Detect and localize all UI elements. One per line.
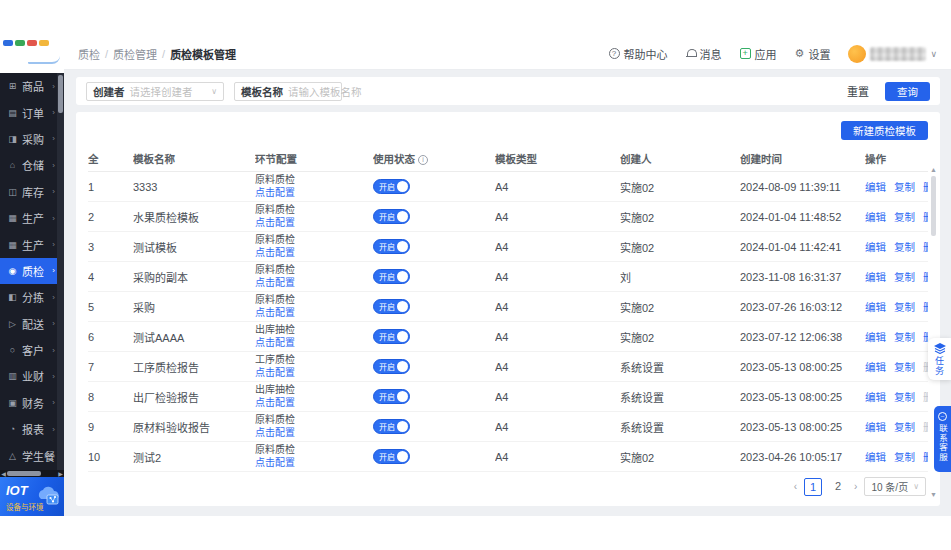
copy-link[interactable]: 复制 (894, 179, 915, 194)
configure-link[interactable]: 点击配置 (255, 457, 295, 468)
copy-link[interactable]: 复制 (894, 329, 915, 344)
sidebar-item-生产[interactable]: ▦ 生产 › (0, 231, 64, 257)
status-toggle[interactable]: 开启 (373, 209, 410, 224)
sidebar-item-学生餐[interactable]: △ 学生餐 › (0, 442, 64, 468)
sidebar-item-商品[interactable]: ⊞ 商品 › (0, 73, 64, 99)
edit-link[interactable]: 编辑 (865, 359, 886, 374)
delete-link[interactable]: 删除 (923, 269, 928, 284)
scrollbar-thumb[interactable] (931, 176, 936, 236)
scroll-down-icon[interactable]: ▼ (929, 491, 938, 498)
copy-link[interactable]: 复制 (894, 269, 915, 284)
scroll-left-icon[interactable]: ◀ (0, 470, 7, 477)
info-icon[interactable]: i (418, 155, 428, 165)
next-page-icon[interactable]: › (854, 481, 857, 492)
status-toggle[interactable]: 开启 (373, 419, 410, 434)
configure-link[interactable]: 点击配置 (255, 187, 295, 198)
scrollbar-thumb[interactable] (7, 471, 41, 476)
new-template-button[interactable]: 新建质检模板 (841, 121, 928, 140)
page-1[interactable]: 1 (804, 478, 822, 496)
toggle-on-label: 开启 (374, 301, 395, 312)
configure-link[interactable]: 点击配置 (255, 277, 295, 288)
scroll-right-icon[interactable]: ▶ (57, 470, 64, 477)
status-toggle[interactable]: 开启 (373, 179, 410, 194)
sidebar-item-质检[interactable]: ◉ 质检 › (0, 258, 64, 284)
delete-link[interactable]: 删除 (923, 299, 928, 314)
delete-link[interactable]: 删除 (923, 179, 928, 194)
creator-cell: 实施02 (620, 449, 740, 465)
edit-link[interactable]: 编辑 (865, 209, 886, 224)
delete-link[interactable]: 删除 (923, 209, 928, 224)
sidebar-item-业财[interactable]: ▥ 业财 › (0, 363, 64, 389)
configure-link[interactable]: 点击配置 (255, 337, 295, 348)
reset-button[interactable]: 重置 (841, 81, 875, 101)
status-toggle[interactable]: 开启 (373, 329, 410, 344)
search-button[interactable]: 查询 (885, 82, 930, 101)
tasks-floating-button[interactable]: 任务 (928, 338, 951, 380)
status-toggle[interactable]: 开启 (373, 299, 410, 314)
creator-cell: 实施02 (620, 209, 740, 225)
scroll-up-icon[interactable]: ▲ (929, 166, 938, 173)
settings-button[interactable]: ⚙ 设置 (795, 46, 831, 62)
sidebar-item-仓储[interactable]: ⌂ 仓储 › (0, 152, 64, 178)
template-table-card: 新建质检模板 全 模板名称 环节配置 使用状态i 模板类型 创建人 创建时间 操… (76, 112, 940, 506)
copy-link[interactable]: 复制 (894, 359, 915, 374)
copy-link[interactable]: 复制 (894, 419, 915, 434)
edit-link[interactable]: 编辑 (865, 269, 886, 284)
status-toggle[interactable]: 开启 (373, 449, 410, 464)
delete-link[interactable]: 删除 (923, 239, 928, 254)
breadcrumb-link[interactable]: 质检管理 (113, 46, 157, 62)
copy-link[interactable]: 复制 (894, 239, 915, 254)
sidebar-scrollbar[interactable] (57, 73, 64, 470)
apps-button[interactable]: + 应用 (740, 46, 777, 62)
sidebar-item-财务[interactable]: ▣ 财务 › (0, 390, 64, 416)
creator-label: 创建者 (93, 84, 125, 99)
prev-page-icon[interactable]: ‹ (794, 481, 797, 492)
copy-link[interactable]: 复制 (894, 449, 915, 464)
creator-cell: 系统设置 (620, 419, 740, 435)
orders-icon: ▤ (7, 108, 18, 118)
sidebar-item-配送[interactable]: ▷ 配送 › (0, 311, 64, 337)
messages-button[interactable]: 消息 (686, 46, 722, 62)
sidebar-item-采购[interactable]: ◨ 采购 › (0, 126, 64, 152)
status-toggle[interactable]: 开启 (373, 239, 410, 254)
configure-link[interactable]: 点击配置 (255, 397, 295, 408)
status-toggle[interactable]: 开启 (373, 389, 410, 404)
copy-link[interactable]: 复制 (894, 209, 915, 224)
status-toggle[interactable]: 开启 (373, 359, 410, 374)
sidebar-item-生产[interactable]: ▦ 生产 › (0, 205, 64, 231)
configure-link[interactable]: 点击配置 (255, 367, 295, 378)
edit-link[interactable]: 编辑 (865, 179, 886, 194)
configure-link[interactable]: 点击配置 (255, 307, 295, 318)
breadcrumb-link[interactable]: 质检 (78, 46, 100, 62)
creator-select[interactable]: 创建者 请选择创建者 ∨ (86, 82, 224, 101)
table-row: 2 水果质检模板 原料质检 点击配置 开启 A4 实施02 2024-01-04… (88, 202, 928, 232)
edit-link[interactable]: 编辑 (865, 329, 886, 344)
template-name-input[interactable]: 模板名称 请输入模板名称 (234, 82, 342, 101)
configure-link[interactable]: 点击配置 (255, 217, 295, 228)
configure-link[interactable]: 点击配置 (255, 247, 295, 258)
sidebar-item-客户[interactable]: ○ 客户 › (0, 337, 64, 363)
edit-link[interactable]: 编辑 (865, 389, 886, 404)
configure-link[interactable]: 点击配置 (255, 427, 295, 438)
created-time-cell: 2023-07-26 16:03:12 (740, 301, 865, 313)
sidebar-item-库存[interactable]: ◫ 库存 › (0, 179, 64, 205)
sidebar-item-报表[interactable]: ◔ 报表 › (0, 416, 64, 442)
help-center-button[interactable]: ? 帮助中心 (609, 46, 668, 62)
page-2[interactable]: 2 (829, 478, 847, 496)
edit-link[interactable]: 编辑 (865, 419, 886, 434)
copy-link[interactable]: 复制 (894, 389, 915, 404)
status-toggle[interactable]: 开启 (373, 269, 410, 284)
sidebar-horizontal-scrollbar[interactable]: ◀ ▶ (0, 470, 64, 477)
stage-label: 原料质检 (255, 294, 367, 307)
sidebar-item-分拣[interactable]: ◧ 分拣 › (0, 284, 64, 310)
edit-link[interactable]: 编辑 (865, 449, 886, 464)
sidebar-item-订单[interactable]: ▤ 订单 › (0, 99, 64, 125)
delete-link[interactable]: 删除 (923, 449, 928, 464)
edit-link[interactable]: 编辑 (865, 299, 886, 314)
user-menu[interactable]: ∨ (848, 45, 937, 63)
iot-banner[interactable]: IOT 设备与环境 (0, 477, 64, 516)
contact-support-button[interactable]: ‒ 联系客服 (934, 406, 951, 472)
edit-link[interactable]: 编辑 (865, 239, 886, 254)
page-size-select[interactable]: 10 条/页 ∨ (864, 477, 926, 496)
copy-link[interactable]: 复制 (894, 299, 915, 314)
